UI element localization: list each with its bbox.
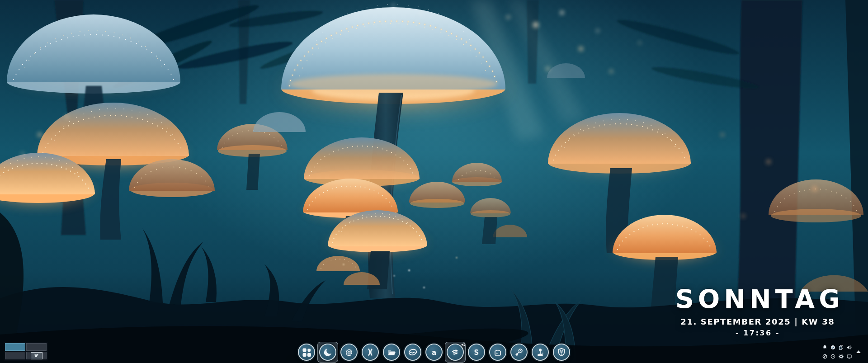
monster-terminal-icon: >_ <box>493 347 503 357</box>
dock-icon-file-manager[interactable] <box>383 344 400 361</box>
dock-icon-letter-a-app[interactable]: a <box>425 344 443 361</box>
workspace-1[interactable] <box>5 343 25 351</box>
dock-icon-wave-oval-app[interactable] <box>404 344 421 361</box>
volume-icon[interactable] <box>845 344 853 351</box>
tray-icons <box>821 344 853 360</box>
time-line: - 17:36 - <box>675 329 840 337</box>
at-sign-icon: @ <box>344 347 354 357</box>
workspace-2[interactable] <box>26 343 47 351</box>
svg-text:@: @ <box>345 348 353 357</box>
audio-wave-icon <box>34 354 39 358</box>
workspace-pager <box>4 342 48 361</box>
workspace-3[interactable] <box>5 352 25 359</box>
back-to-back-parentheses-icon <box>365 347 375 357</box>
svg-text:a: a <box>432 349 436 357</box>
tray-expander-arrow[interactable] <box>856 350 861 353</box>
dock-icon-app-launcher[interactable] <box>298 344 315 361</box>
date-line: 21. SEPTEMBER 2025 | KW 38 <box>675 317 840 326</box>
dock-icon-steam[interactable] <box>510 344 528 361</box>
svg-text:>_: >_ <box>496 352 500 355</box>
dock-icon-letter-s-app[interactable]: S <box>468 344 485 361</box>
joystick-icon <box>535 347 545 357</box>
notifications-bell-icon[interactable] <box>821 344 829 351</box>
check-circle-icon[interactable] <box>829 344 837 351</box>
letter-s-icon: S <box>472 347 481 357</box>
display-icon[interactable] <box>845 353 853 360</box>
dock-icon-shield-app[interactable] <box>553 344 570 361</box>
dock-icon-moon-app[interactable] <box>319 344 336 361</box>
audio-playing-badge <box>461 342 466 347</box>
clipboard-icon[interactable] <box>837 344 845 351</box>
pointer-circle-icon[interactable] <box>829 353 837 360</box>
dock-icon-terminal-app[interactable]: >_ <box>489 344 506 361</box>
wave-in-oval-icon <box>408 347 418 357</box>
dock-icon-parentheses-app[interactable] <box>362 344 379 361</box>
steam-valve-icon <box>514 347 524 357</box>
dock-icon-game-launcher[interactable] <box>532 344 549 361</box>
crescent-moon-icon <box>323 347 333 357</box>
letter-a-icon: a <box>429 347 439 357</box>
night-color-icon[interactable] <box>821 353 829 360</box>
dock-icon-at-sign-app[interactable]: @ <box>340 344 358 361</box>
folder-icon <box>387 347 396 357</box>
dock: @ a <box>298 344 570 361</box>
shield-exclamation-icon <box>557 347 566 357</box>
svg-text:S: S <box>474 349 479 357</box>
sound-waves-icon <box>450 347 460 357</box>
day-name: SONNTAG <box>675 287 844 312</box>
clock-widget: SONNTAG 21. SEPTEMBER 2025 | KW 38 - 17:… <box>675 287 840 337</box>
dock-icon-music-player[interactable] <box>447 344 464 361</box>
system-tray <box>821 344 861 360</box>
grid-of-squares-icon <box>302 347 311 357</box>
settings-gear-icon[interactable] <box>837 353 845 360</box>
workspace-window-thumbnail <box>31 352 42 359</box>
workspace-4[interactable] <box>26 352 47 359</box>
